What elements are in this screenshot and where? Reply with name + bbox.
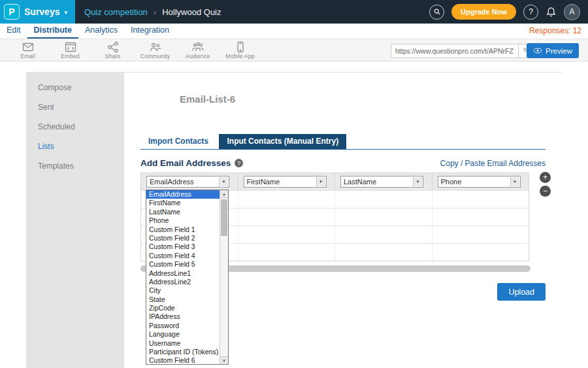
breadcrumb: Quiz competition › Hollywood Quiz <box>84 7 221 17</box>
chevron-down-icon: ▾ <box>64 9 67 16</box>
workspace-panel: Compose Sent Scheduled Lists Templates E… <box>26 72 562 368</box>
column-select-lastname[interactable]: LastName▼ <box>340 176 423 188</box>
nav-distribute[interactable]: Distribute <box>27 24 78 39</box>
dropdown-option[interactable]: Phone <box>146 216 220 225</box>
dropdown-option[interactable]: ZipCode <box>146 304 220 312</box>
sidebar-item-compose[interactable]: Compose <box>26 78 124 97</box>
table-cell[interactable] <box>238 226 336 243</box>
nav-integration[interactable]: Integration <box>124 24 176 39</box>
search-icon[interactable] <box>429 5 444 20</box>
eye-icon <box>533 47 542 55</box>
breadcrumb-separator-icon: › <box>154 7 156 17</box>
scroll-down-icon[interactable]: ▼ <box>220 356 228 364</box>
dropdown-option[interactable]: Custom Field 4 <box>146 252 220 260</box>
logo-letter: P <box>8 7 14 17</box>
grid-header-cell: EmailAddress▼ <box>141 173 238 190</box>
toolbar-item-mobile-app[interactable]: Mobile App <box>219 41 261 59</box>
upload-button[interactable]: Upload <box>497 283 546 301</box>
dropdown-option[interactable]: Language <box>146 330 220 339</box>
sidebar-item-scheduled[interactable]: Scheduled <box>26 117 124 137</box>
preview-button[interactable]: Preview <box>527 43 579 58</box>
dropdown-option[interactable]: Username <box>146 339 220 348</box>
community-icon <box>149 41 162 54</box>
scrollbar-thumb[interactable] <box>221 199 227 236</box>
nav-edit[interactable]: Edit <box>0 24 27 39</box>
table-cell[interactable] <box>238 244 336 261</box>
contacts-tabs: Import Contacts Input Contacts (Manual E… <box>140 134 546 150</box>
select-arrow-icon: ▼ <box>219 177 228 186</box>
sidebar-item-templates[interactable]: Templates <box>26 156 124 176</box>
dropdown-option[interactable]: Custom Field 3 <box>146 243 220 251</box>
avatar[interactable]: A <box>564 4 580 20</box>
topbar-actions: Upgrade Now ? A <box>429 4 588 20</box>
survey-url-group: ✎ <box>391 44 534 58</box>
dropdown-option[interactable]: Password <box>146 322 220 330</box>
column-select-phone[interactable]: Phone▼ <box>438 176 521 188</box>
toolbar-item-community[interactable]: Community <box>134 41 176 59</box>
table-cell[interactable] <box>335 191 433 208</box>
table-cell[interactable] <box>433 244 529 261</box>
dropdown-option[interactable]: IPAddress <box>146 312 220 321</box>
email-field-dropdown: EmailAddressFirstNameLastNamePhoneCustom… <box>146 190 229 365</box>
table-cell[interactable] <box>238 191 336 208</box>
dropdown-option[interactable]: Custom Field 2 <box>146 234 220 243</box>
audience-icon <box>191 41 204 54</box>
upgrade-now-button[interactable]: Upgrade Now <box>451 4 516 20</box>
list-detail-panel: Email-List-6 Import Contacts Input Conta… <box>124 73 562 368</box>
dropdown-option-list: EmailAddressFirstNameLastNamePhoneCustom… <box>146 190 220 364</box>
dropdown-option[interactable]: Custom Field 1 <box>146 226 220 234</box>
dropdown-option[interactable]: Custom Field 6 <box>146 356 220 364</box>
survey-url-input[interactable] <box>391 44 519 58</box>
toolbar-item-email[interactable]: Email <box>7 41 49 59</box>
product-name: Surveys <box>24 7 59 17</box>
embed-icon <box>64 41 77 54</box>
email-icon <box>22 41 35 54</box>
column-select-email[interactable]: EmailAddress▼ <box>146 176 229 188</box>
remove-row-button[interactable]: − <box>540 186 551 197</box>
grid-header-cell: FirstName▼ <box>238 173 336 190</box>
dropdown-option[interactable]: City <box>146 286 220 295</box>
toolbar-item-embed[interactable]: Embed <box>49 41 91 59</box>
scroll-up-icon[interactable]: ▲ <box>220 190 228 198</box>
table-cell[interactable] <box>433 209 529 226</box>
dropdown-option[interactable]: LastName <box>146 208 220 216</box>
toolbar-item-share[interactable]: Share <box>91 41 134 59</box>
tab-input-contacts-manual[interactable]: Input Contacts (Manual Entry) <box>219 134 346 149</box>
topbar: P Surveys ▾ Quiz competition › Hollywood… <box>0 0 588 24</box>
dropdown-option[interactable]: FirstName <box>146 199 220 207</box>
section-title: Add Email Addresses <box>140 158 231 168</box>
dropdown-scrollbar[interactable]: ▲ ▼ <box>220 190 228 364</box>
copy-paste-link[interactable]: Copy / Paste Email Addresses <box>440 159 546 168</box>
app-window: P Surveys ▾ Quiz competition › Hollywood… <box>0 0 588 368</box>
notifications-bell-icon[interactable] <box>546 7 557 18</box>
section-help-icon[interactable]: ? <box>235 159 243 167</box>
table-cell[interactable] <box>335 226 433 243</box>
select-arrow-icon: ▼ <box>413 177 422 186</box>
column-select-firstname[interactable]: FirstName▼ <box>244 176 327 188</box>
dropdown-option[interactable]: AddressLine2 <box>146 278 220 286</box>
table-cell[interactable] <box>433 191 529 208</box>
table-cell[interactable] <box>335 244 433 261</box>
sidebar-item-lists[interactable]: Lists <box>26 137 124 156</box>
dropdown-option[interactable]: AddressLine1 <box>146 269 220 278</box>
table-cell[interactable] <box>238 209 336 226</box>
add-emails-header: Add Email Addresses ? Copy / Paste Email… <box>140 158 546 168</box>
grid-header-cell: Phone▼ <box>433 173 529 190</box>
breadcrumb-parent-link[interactable]: Quiz competition <box>84 7 148 17</box>
section-nav: Edit Distribute Analytics Integration Re… <box>0 24 588 39</box>
dropdown-option[interactable]: EmailAddress <box>146 190 220 199</box>
breadcrumb-current: Hollywood Quiz <box>162 7 221 17</box>
product-switcher[interactable]: P Surveys ▾ <box>0 0 75 24</box>
dropdown-option[interactable]: State <box>146 295 220 304</box>
dropdown-option[interactable]: Participant ID (Tokens) <box>146 348 220 356</box>
tab-import-contacts[interactable]: Import Contacts <box>140 134 216 149</box>
table-cell[interactable] <box>433 226 529 243</box>
help-icon[interactable]: ? <box>523 5 538 20</box>
toolbar-item-audience[interactable]: Audience <box>176 41 219 59</box>
nav-analytics[interactable]: Analytics <box>78 24 124 39</box>
table-cell[interactable] <box>335 209 433 226</box>
select-arrow-icon: ▼ <box>316 177 325 186</box>
sidebar-item-sent[interactable]: Sent <box>26 97 124 117</box>
add-row-button[interactable]: + <box>540 172 551 183</box>
dropdown-option[interactable]: Custom Field 5 <box>146 260 220 269</box>
